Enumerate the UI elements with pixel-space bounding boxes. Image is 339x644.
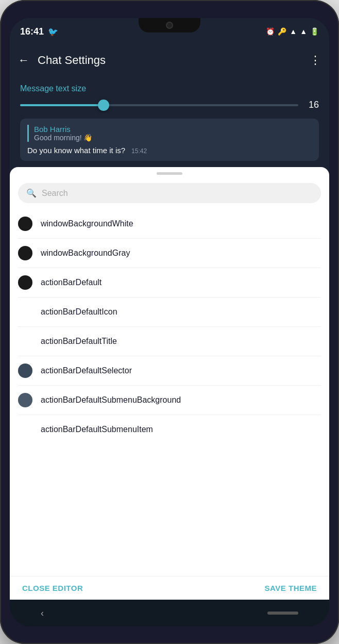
list-item[interactable]: windowBackgroundGray bbox=[18, 239, 321, 268]
text-size-slider-container: 16 bbox=[20, 100, 319, 110]
message-content: Do you know what time it is? bbox=[27, 146, 125, 155]
quoted-message: Bob Harris Good morning! 👋 bbox=[27, 125, 312, 142]
list-item[interactable]: actionBarDefaultIcon bbox=[18, 298, 321, 327]
search-box[interactable]: 🔍 Search bbox=[18, 183, 321, 203]
list-item[interactable]: actionBarDefaultSelector bbox=[18, 356, 321, 386]
nav-home-pill[interactable] bbox=[267, 612, 298, 615]
list-item[interactable]: actionBarDefaultSubmenuBackground bbox=[18, 386, 321, 415]
status-bar-right: ⏰ 🔑 ▲ ▲ 🔋 bbox=[266, 27, 319, 36]
notch bbox=[139, 18, 200, 32]
search-icon: 🔍 bbox=[26, 188, 37, 198]
theme-item-name: actionBarDefault bbox=[41, 278, 101, 287]
quote-author: Bob Harris bbox=[34, 125, 312, 134]
phone-frame: 16:41 🐦 ⏰ 🔑 ▲ ▲ 🔋 ← Chat Settings ⋮ Mess… bbox=[0, 0, 339, 644]
color-dot bbox=[18, 275, 32, 290]
status-bar: 16:41 🐦 ⏰ 🔑 ▲ ▲ 🔋 bbox=[10, 18, 329, 45]
theme-item-name: actionBarDefaultSelector bbox=[41, 366, 132, 375]
slider-thumb[interactable] bbox=[98, 100, 109, 111]
list-item[interactable]: actionBarDefaultTitle bbox=[18, 327, 321, 356]
list-item[interactable]: windowBackgroundWhite bbox=[18, 209, 321, 239]
more-options-button[interactable]: ⋮ bbox=[310, 54, 321, 67]
message-preview: Bob Harris Good morning! 👋 Do you know w… bbox=[20, 119, 319, 161]
theme-item-name: windowBackgroundWhite bbox=[41, 219, 133, 228]
camera bbox=[166, 22, 173, 29]
slider-fill bbox=[20, 104, 104, 106]
key-icon: 🔑 bbox=[278, 27, 286, 36]
list-item[interactable]: actionBarDefaultSubmenuItem bbox=[18, 415, 321, 444]
status-bar-left: 16:41 🐦 bbox=[20, 26, 58, 37]
quote-text: Good morning! 👋 bbox=[34, 134, 312, 142]
theme-list: windowBackgroundWhite windowBackgroundGr… bbox=[10, 209, 329, 576]
battery-icon: 🔋 bbox=[310, 27, 319, 36]
signal-icon: ▲ bbox=[300, 27, 307, 36]
save-theme-button[interactable]: SAVE THEME bbox=[265, 584, 317, 592]
theme-item-name: actionBarDefaultTitle bbox=[41, 337, 117, 346]
twitter-icon: 🐦 bbox=[48, 27, 58, 37]
color-dot bbox=[18, 364, 32, 378]
bottom-nav: ‹ bbox=[10, 600, 329, 626]
color-dot-empty bbox=[18, 334, 32, 349]
section-label: Message text size bbox=[20, 84, 319, 93]
sheet-actions: CLOSE EDITOR SAVE THEME bbox=[10, 576, 329, 600]
list-item[interactable]: actionBarDefault bbox=[18, 268, 321, 298]
sheet-handle bbox=[157, 172, 182, 175]
wifi-icon: ▲ bbox=[290, 27, 297, 36]
phone-screen: 16:41 🐦 ⏰ 🔑 ▲ ▲ 🔋 ← Chat Settings ⋮ Mess… bbox=[10, 18, 329, 626]
status-time: 16:41 bbox=[20, 26, 44, 37]
search-placeholder[interactable]: Search bbox=[42, 189, 68, 198]
bottom-sheet: 🔍 Search windowBackgroundWhite windowBac… bbox=[10, 167, 329, 600]
alarm-icon: ⏰ bbox=[266, 27, 275, 36]
slider-track[interactable] bbox=[20, 104, 298, 106]
color-dot bbox=[18, 246, 32, 260]
app-bar-title: Chat Settings bbox=[38, 54, 301, 67]
color-dot-empty bbox=[18, 305, 32, 319]
color-dot-empty bbox=[18, 422, 32, 437]
slider-value: 16 bbox=[304, 100, 319, 110]
color-dot bbox=[18, 393, 32, 407]
message-time: 15:42 bbox=[131, 147, 147, 155]
close-editor-button[interactable]: CLOSE EDITOR bbox=[22, 584, 83, 592]
chat-settings-section: Message text size 16 Bob Harris Good mor… bbox=[10, 76, 329, 165]
theme-item-name: actionBarDefaultSubmenuItem bbox=[41, 425, 153, 434]
nav-back-button[interactable]: ‹ bbox=[41, 608, 44, 619]
back-button[interactable]: ← bbox=[18, 54, 29, 67]
theme-item-name: windowBackgroundGray bbox=[41, 249, 130, 258]
app-bar: ← Chat Settings ⋮ bbox=[10, 45, 329, 76]
theme-item-name: actionBarDefaultSubmenuBackground bbox=[41, 395, 181, 405]
color-dot bbox=[18, 217, 32, 231]
message-text: Do you know what time it is? 15:42 bbox=[27, 146, 312, 155]
search-container: 🔍 Search bbox=[10, 179, 329, 209]
theme-item-name: actionBarDefaultIcon bbox=[41, 307, 117, 317]
